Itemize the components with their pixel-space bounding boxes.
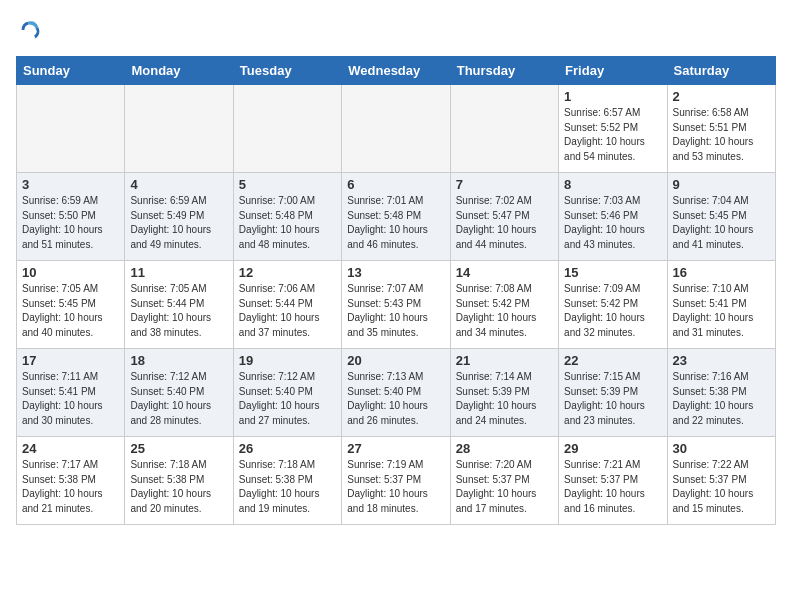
day-number: 9	[673, 177, 770, 192]
day-number: 26	[239, 441, 336, 456]
calendar-cell: 30Sunrise: 7:22 AM Sunset: 5:37 PM Dayli…	[667, 437, 775, 525]
calendar-cell	[125, 85, 233, 173]
page-header	[16, 16, 776, 44]
weekday-header: Sunday	[17, 57, 125, 85]
day-info: Sunrise: 7:19 AM Sunset: 5:37 PM Dayligh…	[347, 458, 444, 516]
calendar-cell: 20Sunrise: 7:13 AM Sunset: 5:40 PM Dayli…	[342, 349, 450, 437]
calendar-cell: 9Sunrise: 7:04 AM Sunset: 5:45 PM Daylig…	[667, 173, 775, 261]
day-info: Sunrise: 6:59 AM Sunset: 5:50 PM Dayligh…	[22, 194, 119, 252]
calendar-cell: 28Sunrise: 7:20 AM Sunset: 5:37 PM Dayli…	[450, 437, 558, 525]
day-number: 14	[456, 265, 553, 280]
calendar-cell: 14Sunrise: 7:08 AM Sunset: 5:42 PM Dayli…	[450, 261, 558, 349]
calendar-week-row: 10Sunrise: 7:05 AM Sunset: 5:45 PM Dayli…	[17, 261, 776, 349]
calendar-cell: 7Sunrise: 7:02 AM Sunset: 5:47 PM Daylig…	[450, 173, 558, 261]
day-info: Sunrise: 7:18 AM Sunset: 5:38 PM Dayligh…	[239, 458, 336, 516]
day-info: Sunrise: 7:22 AM Sunset: 5:37 PM Dayligh…	[673, 458, 770, 516]
calendar-cell: 10Sunrise: 7:05 AM Sunset: 5:45 PM Dayli…	[17, 261, 125, 349]
day-info: Sunrise: 6:58 AM Sunset: 5:51 PM Dayligh…	[673, 106, 770, 164]
day-info: Sunrise: 7:12 AM Sunset: 5:40 PM Dayligh…	[239, 370, 336, 428]
day-number: 27	[347, 441, 444, 456]
day-info: Sunrise: 7:03 AM Sunset: 5:46 PM Dayligh…	[564, 194, 661, 252]
calendar-cell: 23Sunrise: 7:16 AM Sunset: 5:38 PM Dayli…	[667, 349, 775, 437]
day-number: 13	[347, 265, 444, 280]
day-info: Sunrise: 7:11 AM Sunset: 5:41 PM Dayligh…	[22, 370, 119, 428]
day-number: 8	[564, 177, 661, 192]
day-number: 20	[347, 353, 444, 368]
calendar-cell	[233, 85, 341, 173]
calendar-cell: 6Sunrise: 7:01 AM Sunset: 5:48 PM Daylig…	[342, 173, 450, 261]
calendar-week-row: 1Sunrise: 6:57 AM Sunset: 5:52 PM Daylig…	[17, 85, 776, 173]
day-info: Sunrise: 7:01 AM Sunset: 5:48 PM Dayligh…	[347, 194, 444, 252]
calendar-cell: 18Sunrise: 7:12 AM Sunset: 5:40 PM Dayli…	[125, 349, 233, 437]
calendar-week-row: 3Sunrise: 6:59 AM Sunset: 5:50 PM Daylig…	[17, 173, 776, 261]
calendar-cell: 29Sunrise: 7:21 AM Sunset: 5:37 PM Dayli…	[559, 437, 667, 525]
day-number: 15	[564, 265, 661, 280]
calendar-cell: 11Sunrise: 7:05 AM Sunset: 5:44 PM Dayli…	[125, 261, 233, 349]
day-info: Sunrise: 7:15 AM Sunset: 5:39 PM Dayligh…	[564, 370, 661, 428]
weekday-header: Tuesday	[233, 57, 341, 85]
calendar-cell: 8Sunrise: 7:03 AM Sunset: 5:46 PM Daylig…	[559, 173, 667, 261]
day-info: Sunrise: 7:12 AM Sunset: 5:40 PM Dayligh…	[130, 370, 227, 428]
calendar-cell	[342, 85, 450, 173]
calendar-cell: 24Sunrise: 7:17 AM Sunset: 5:38 PM Dayli…	[17, 437, 125, 525]
weekday-header: Friday	[559, 57, 667, 85]
day-info: Sunrise: 7:07 AM Sunset: 5:43 PM Dayligh…	[347, 282, 444, 340]
calendar-header-row: SundayMondayTuesdayWednesdayThursdayFrid…	[17, 57, 776, 85]
day-number: 30	[673, 441, 770, 456]
day-info: Sunrise: 6:59 AM Sunset: 5:49 PM Dayligh…	[130, 194, 227, 252]
day-number: 1	[564, 89, 661, 104]
calendar-cell: 27Sunrise: 7:19 AM Sunset: 5:37 PM Dayli…	[342, 437, 450, 525]
calendar-cell: 3Sunrise: 6:59 AM Sunset: 5:50 PM Daylig…	[17, 173, 125, 261]
calendar-cell: 5Sunrise: 7:00 AM Sunset: 5:48 PM Daylig…	[233, 173, 341, 261]
calendar-cell: 16Sunrise: 7:10 AM Sunset: 5:41 PM Dayli…	[667, 261, 775, 349]
day-info: Sunrise: 7:02 AM Sunset: 5:47 PM Dayligh…	[456, 194, 553, 252]
day-number: 17	[22, 353, 119, 368]
calendar-cell: 25Sunrise: 7:18 AM Sunset: 5:38 PM Dayli…	[125, 437, 233, 525]
day-info: Sunrise: 7:10 AM Sunset: 5:41 PM Dayligh…	[673, 282, 770, 340]
calendar-cell: 21Sunrise: 7:14 AM Sunset: 5:39 PM Dayli…	[450, 349, 558, 437]
day-info: Sunrise: 7:14 AM Sunset: 5:39 PM Dayligh…	[456, 370, 553, 428]
day-number: 25	[130, 441, 227, 456]
calendar-cell: 4Sunrise: 6:59 AM Sunset: 5:49 PM Daylig…	[125, 173, 233, 261]
calendar-week-row: 17Sunrise: 7:11 AM Sunset: 5:41 PM Dayli…	[17, 349, 776, 437]
day-info: Sunrise: 7:05 AM Sunset: 5:45 PM Dayligh…	[22, 282, 119, 340]
calendar-week-row: 24Sunrise: 7:17 AM Sunset: 5:38 PM Dayli…	[17, 437, 776, 525]
day-number: 28	[456, 441, 553, 456]
day-info: Sunrise: 7:18 AM Sunset: 5:38 PM Dayligh…	[130, 458, 227, 516]
day-info: Sunrise: 7:08 AM Sunset: 5:42 PM Dayligh…	[456, 282, 553, 340]
day-info: Sunrise: 7:20 AM Sunset: 5:37 PM Dayligh…	[456, 458, 553, 516]
day-number: 23	[673, 353, 770, 368]
day-number: 3	[22, 177, 119, 192]
day-number: 7	[456, 177, 553, 192]
day-number: 22	[564, 353, 661, 368]
day-number: 6	[347, 177, 444, 192]
day-number: 4	[130, 177, 227, 192]
day-number: 10	[22, 265, 119, 280]
day-info: Sunrise: 7:21 AM Sunset: 5:37 PM Dayligh…	[564, 458, 661, 516]
calendar-table: SundayMondayTuesdayWednesdayThursdayFrid…	[16, 56, 776, 525]
weekday-header: Saturday	[667, 57, 775, 85]
weekday-header: Monday	[125, 57, 233, 85]
weekday-header: Wednesday	[342, 57, 450, 85]
calendar-cell	[17, 85, 125, 173]
calendar-cell: 12Sunrise: 7:06 AM Sunset: 5:44 PM Dayli…	[233, 261, 341, 349]
day-number: 2	[673, 89, 770, 104]
day-info: Sunrise: 7:04 AM Sunset: 5:45 PM Dayligh…	[673, 194, 770, 252]
logo-icon	[16, 16, 44, 44]
calendar-cell: 26Sunrise: 7:18 AM Sunset: 5:38 PM Dayli…	[233, 437, 341, 525]
day-info: Sunrise: 7:00 AM Sunset: 5:48 PM Dayligh…	[239, 194, 336, 252]
day-info: Sunrise: 6:57 AM Sunset: 5:52 PM Dayligh…	[564, 106, 661, 164]
day-info: Sunrise: 7:06 AM Sunset: 5:44 PM Dayligh…	[239, 282, 336, 340]
calendar-cell: 17Sunrise: 7:11 AM Sunset: 5:41 PM Dayli…	[17, 349, 125, 437]
calendar-cell: 22Sunrise: 7:15 AM Sunset: 5:39 PM Dayli…	[559, 349, 667, 437]
day-number: 21	[456, 353, 553, 368]
day-number: 5	[239, 177, 336, 192]
calendar-cell: 1Sunrise: 6:57 AM Sunset: 5:52 PM Daylig…	[559, 85, 667, 173]
day-info: Sunrise: 7:13 AM Sunset: 5:40 PM Dayligh…	[347, 370, 444, 428]
day-info: Sunrise: 7:17 AM Sunset: 5:38 PM Dayligh…	[22, 458, 119, 516]
day-info: Sunrise: 7:16 AM Sunset: 5:38 PM Dayligh…	[673, 370, 770, 428]
day-info: Sunrise: 7:09 AM Sunset: 5:42 PM Dayligh…	[564, 282, 661, 340]
calendar-cell: 19Sunrise: 7:12 AM Sunset: 5:40 PM Dayli…	[233, 349, 341, 437]
calendar-cell	[450, 85, 558, 173]
calendar-cell: 13Sunrise: 7:07 AM Sunset: 5:43 PM Dayli…	[342, 261, 450, 349]
